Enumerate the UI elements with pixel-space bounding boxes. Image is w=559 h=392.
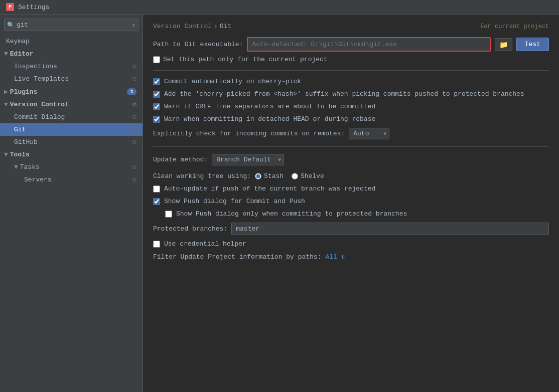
shelve-radio[interactable]	[292, 173, 298, 179]
show-push-label: Show Push dialog for Commit and Push	[164, 198, 305, 205]
update-method-select[interactable]: Branch Default Merge Rebase	[212, 154, 284, 165]
sidebar-item-github[interactable]: GitHub ⧉	[0, 136, 143, 148]
current-project-checkbox[interactable]	[153, 56, 160, 63]
sidebar-item-version-control[interactable]: ▼Version Control ⧉	[0, 98, 143, 111]
breadcrumb: Version Control › Git For current projec…	[153, 23, 549, 30]
sidebar-item-tasks[interactable]: ▼Tasks ⧉	[0, 161, 143, 173]
path-row: Path to Git executable: 📁 Test	[153, 37, 549, 52]
search-icon: 🔍	[7, 21, 15, 29]
clean-tree-radio-group: Stash Shelve	[255, 172, 324, 180]
stash-option: Stash	[255, 172, 284, 180]
filter-label: Filter Update Project information by pat…	[153, 253, 321, 261]
cherry-pick-suffix-checkbox[interactable]	[153, 91, 160, 98]
current-project-label: Set this path only for the current proje…	[163, 56, 328, 63]
sidebar-item-servers[interactable]: Servers ⧉	[0, 173, 143, 186]
stash-label: Stash	[264, 172, 284, 180]
sidebar-item-inspections[interactable]: Inspections ⧉	[0, 60, 143, 73]
protected-branches-row: Protected branches:	[153, 223, 549, 235]
clear-search-icon[interactable]: ✕	[132, 21, 135, 29]
copy-icon: ⧉	[132, 64, 136, 70]
show-push-only-row: Show Push dialog only when committing to…	[165, 210, 549, 218]
copy-icon: ⧉	[132, 139, 136, 145]
test-button[interactable]: Test	[516, 38, 549, 51]
update-method-select-wrap: Branch Default Merge Rebase ▼	[212, 154, 284, 165]
window-title: Settings	[18, 4, 49, 11]
divider2	[153, 146, 549, 147]
sidebar-item-git[interactable]: Git ⧉	[0, 123, 143, 136]
show-push-row: Show Push dialog for Commit and Push	[153, 198, 549, 205]
cherry-pick-checkbox[interactable]	[153, 78, 160, 85]
copy-icon: ⧉	[132, 127, 136, 133]
credential-row: Use credential helper	[153, 240, 549, 248]
option-detached-head: Warn when committing in detached HEAD or…	[153, 115, 549, 123]
app-icon: P	[6, 3, 14, 11]
copy-icon: ⧉	[132, 164, 136, 170]
incoming-select-wrap: Auto Always Never ▼	[349, 128, 389, 139]
current-project-row: Set this path only for the current proje…	[153, 56, 549, 63]
clean-tree-label: Clean working tree using:	[153, 172, 251, 180]
stash-radio[interactable]	[255, 173, 261, 179]
credential-label: Use credential helper	[164, 240, 246, 248]
git-path-input[interactable]	[247, 37, 490, 52]
option-cherry-pick-suffix: Add the 'cherry-picked from <hash>' suff…	[153, 90, 549, 98]
credential-checkbox[interactable]	[153, 241, 160, 248]
clean-tree-row: Clean working tree using: Stash Shelve	[153, 172, 549, 180]
show-push-checkbox[interactable]	[153, 198, 160, 205]
shelve-label: Shelve	[301, 172, 324, 180]
sidebar-item-live-templates[interactable]: Live Templates ⧉	[0, 73, 143, 85]
browse-button[interactable]: 📁	[495, 38, 512, 51]
titlebar: P Settings	[0, 0, 559, 15]
protected-input[interactable]	[231, 223, 549, 235]
divider	[153, 70, 549, 71]
content-area: Version Control › Git For current projec…	[143, 15, 559, 392]
filter-spin-icon: ⇅	[341, 253, 345, 261]
path-input-wrap	[247, 37, 490, 52]
sidebar-item-keymap[interactable]: Keymap	[0, 35, 143, 48]
show-push-only-label: Show Push dialog only when committing to…	[176, 210, 407, 218]
auto-update-label: Auto-update if push of the current branc…	[164, 185, 375, 192]
for-current-project: For current project	[480, 23, 549, 30]
option-crlf: Warn if CRLF line separators are about t…	[153, 103, 549, 110]
copy-icon: ⧉	[132, 76, 136, 82]
main-layout: 🔍 ✕ Keymap ▼Editor Inspections ⧉ Live Te…	[0, 15, 559, 392]
path-label: Path to Git executable:	[153, 41, 243, 48]
incoming-select[interactable]: Auto Always Never	[349, 128, 389, 139]
update-method-row: Update method: Branch Default Merge Reba…	[153, 154, 549, 165]
sidebar-item-editor[interactable]: ▼Editor	[0, 48, 143, 60]
filter-row: Filter Update Project information by pat…	[153, 253, 549, 261]
auto-update-checkbox[interactable]	[153, 185, 160, 192]
crlf-checkbox[interactable]	[153, 103, 160, 110]
filter-value[interactable]: All	[325, 253, 337, 261]
search-input[interactable]	[4, 19, 138, 31]
copy-icon: ⧉	[132, 177, 136, 183]
incoming-label: Explicitly check for incoming commits on…	[153, 130, 345, 137]
show-push-only-checkbox[interactable]	[165, 211, 172, 218]
sidebar-item-commit-dialog[interactable]: Commit Dialog ⧉	[0, 111, 143, 123]
incoming-commits-row: Explicitly check for incoming commits on…	[153, 128, 549, 139]
auto-update-row: Auto-update if push of the current branc…	[153, 185, 549, 192]
option-cherry-pick: Commit automatically on cherry-pick	[153, 78, 549, 85]
search-box: 🔍 ✕	[4, 19, 138, 31]
copy-icon: ⧉	[132, 114, 136, 120]
protected-label: Protected branches:	[153, 225, 227, 233]
copy-icon: ⧉	[132, 102, 136, 108]
update-method-label: Update method:	[153, 156, 208, 163]
shelve-option: Shelve	[292, 172, 324, 180]
sidebar-item-tools[interactable]: ▼Tools	[0, 148, 143, 161]
sidebar-item-plugins[interactable]: ▶Plugins 1	[0, 85, 143, 98]
detached-head-checkbox[interactable]	[153, 116, 160, 123]
sidebar: 🔍 ✕ Keymap ▼Editor Inspections ⧉ Live Te…	[0, 15, 143, 392]
